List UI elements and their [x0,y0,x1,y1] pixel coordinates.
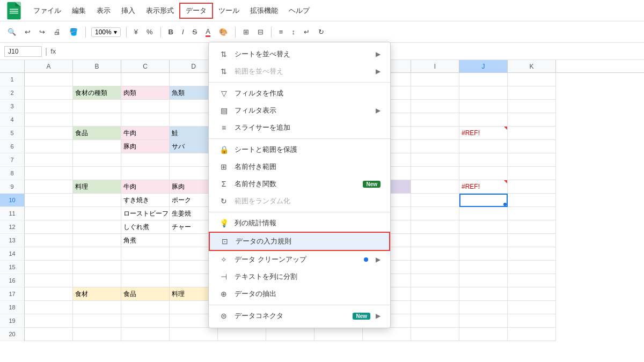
cell-i17[interactable] [411,287,459,301]
cell-j17[interactable] [459,287,508,301]
cell-f20[interactable] [266,328,314,341]
cell-a6[interactable] [25,140,73,153]
cell-b19[interactable] [73,314,121,328]
col-header-c[interactable]: C [121,60,170,72]
cell-j20[interactable] [459,328,508,341]
cell-j12[interactable] [459,220,508,234]
cell-j8[interactable] [459,167,508,180]
cell-b12[interactable] [73,220,121,234]
search-icon[interactable]: 🔍 [4,26,19,38]
cell-a20[interactable] [25,328,73,341]
cell-b14[interactable] [73,247,121,261]
col-header-k[interactable]: K [508,60,556,72]
cell-j13[interactable] [459,234,508,247]
cell-j9[interactable]: #REF! [459,180,508,194]
cell-j19[interactable] [459,314,508,328]
cell-k9[interactable] [508,180,556,194]
menu-insert[interactable]: 挿入 [116,4,141,18]
cell-c9[interactable]: 牛肉 [121,180,170,194]
cell-i19[interactable] [411,314,459,328]
cell-c8[interactable] [121,167,170,180]
cell-k7[interactable] [508,153,556,167]
cell-b16[interactable] [73,274,121,287]
align-btn[interactable]: ≡ [276,26,287,38]
cell-k4[interactable] [508,113,556,127]
cell-a16[interactable] [25,274,73,287]
font-color-btn[interactable]: A [202,25,214,39]
cell-a5[interactable] [25,127,73,140]
cell-a9[interactable] [25,180,73,194]
cell-b9[interactable]: 料理 [73,180,121,194]
cell-i7[interactable] [411,153,459,167]
menu-data-cleanup[interactable]: ✧ データ クリーンアップ ▶ [209,251,390,268]
cell-i11[interactable] [411,207,459,220]
currency-btn[interactable]: ¥ [131,26,141,38]
cell-c19[interactable] [121,314,170,328]
cell-i8[interactable] [411,167,459,180]
cell-b11[interactable] [73,207,121,220]
cell-c17[interactable]: 食品 [121,287,170,301]
cell-a13[interactable] [25,234,73,247]
strikethrough-btn[interactable]: S [189,26,201,38]
cell-e20[interactable] [218,328,266,341]
menu-col-stats[interactable]: 💡 列の統計情報 [209,215,390,232]
cell-a2[interactable] [25,86,73,100]
cell-b15[interactable] [73,261,121,274]
cell-c10[interactable]: すき焼き [121,194,170,207]
zoom-control[interactable]: 100% ▾ [91,27,121,37]
cell-i18[interactable] [411,301,459,314]
cell-j18[interactable] [459,301,508,314]
menu-add-slicer[interactable]: ≡ スライサーを追加 [209,119,390,136]
bold-btn[interactable]: B [165,26,177,38]
cell-b18[interactable] [73,301,121,314]
menu-file[interactable]: ファイル [28,4,67,18]
cell-c6[interactable]: 豚肉 [121,140,170,153]
cell-i1[interactable] [411,73,459,86]
menu-edit[interactable]: 編集 [67,4,91,18]
cell-i3[interactable] [411,100,459,113]
cell-j5[interactable]: #REF! [459,127,508,140]
col-header-a[interactable]: A [25,60,73,72]
cell-a15[interactable] [25,261,73,274]
cell-a7[interactable] [25,153,73,167]
cell-j2[interactable] [459,86,508,100]
cell-c14[interactable] [121,247,170,261]
cell-j11[interactable] [459,207,508,220]
menu-data[interactable]: データ [179,3,213,19]
cell-i9[interactable] [411,180,459,194]
menu-data-validation[interactable]: ⊡ データの入力規則 [209,232,390,251]
cell-i10[interactable] [411,194,459,207]
cell-k11[interactable] [508,207,556,220]
cell-i20[interactable] [411,328,459,341]
cell-c11[interactable]: ローストビーフ [121,207,170,220]
cell-d20[interactable] [170,328,218,341]
cell-k3[interactable] [508,100,556,113]
menu-filter-view[interactable]: ▤ フィルタ表示 ▶ [209,102,390,119]
cell-c5[interactable]: 牛肉 [121,127,170,140]
cell-a4[interactable] [25,113,73,127]
menu-create-filter[interactable]: ▽ フィルタを作成 [209,85,390,102]
fill-color-btn[interactable]: 🎨 [216,26,231,38]
cell-b4[interactable] [73,113,121,127]
cell-b6[interactable] [73,140,121,153]
menu-extensions[interactable]: 拡張機能 [245,4,283,18]
cell-a8[interactable] [25,167,73,180]
undo-icon[interactable]: ↩ [21,26,34,38]
menu-extract-data[interactable]: ⊕ データの抽出 [209,285,390,302]
cell-b20[interactable] [73,328,121,341]
italic-btn[interactable]: I [179,26,187,38]
merge-btn[interactable]: ⊟ [254,26,267,38]
menu-protect[interactable]: 🔒 シートと範囲を保護 [209,141,390,158]
cell-c1[interactable] [121,73,170,86]
cell-k17[interactable] [508,287,556,301]
cell-c7[interactable] [121,153,170,167]
rotate-btn[interactable]: ↻ [315,26,327,38]
col-header-b[interactable]: B [73,60,121,72]
cell-j16[interactable] [459,274,508,287]
cell-b5[interactable]: 食品 [73,127,121,140]
cell-i16[interactable] [411,274,459,287]
cell-i4[interactable] [411,113,459,127]
cell-k2[interactable] [508,86,556,100]
cell-j4[interactable] [459,113,508,127]
redo-icon[interactable]: ↪ [36,26,48,38]
